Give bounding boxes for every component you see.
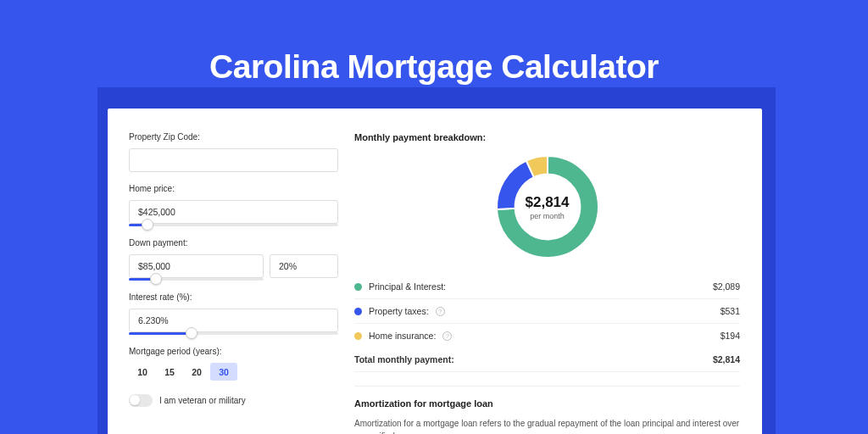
amortization-section: Amortization for mortgage loan Amortizat… (354, 386, 740, 434)
legend-dot (354, 332, 362, 340)
veteran-label: I am veteran or military (159, 396, 246, 405)
donut-chart-wrap: $2,814 per month (354, 154, 740, 259)
zip-label: Property Zip Code: (129, 132, 338, 142)
form-panel: Property Zip Code: Home price: Down paym… (129, 132, 338, 407)
period-label: Mortgage period (years): (129, 347, 338, 356)
amortization-title: Amortization for mortgage loan (354, 398, 740, 409)
rate-field: Interest rate (%): (129, 292, 338, 335)
legend-name: Home insurance: (369, 331, 436, 341)
donut-value: $2,814 (526, 194, 570, 211)
price-input[interactable] (129, 200, 338, 224)
price-slider[interactable] (129, 224, 338, 226)
breakdown-title: Monthly payment breakdown: (354, 132, 740, 142)
legend-dot (354, 283, 362, 291)
down-slider-thumb[interactable] (150, 273, 162, 285)
calculator-card: Property Zip Code: Home price: Down paym… (108, 108, 762, 434)
legend-value: $531 (721, 306, 740, 316)
period-option-15[interactable]: 15 (156, 363, 183, 381)
donut-sub: per month (530, 212, 565, 220)
donut-chart: $2,814 per month (495, 154, 600, 259)
price-slider-thumb[interactable] (142, 219, 153, 231)
rate-slider[interactable] (129, 332, 338, 335)
zip-field: Property Zip Code: (129, 132, 338, 172)
page-title: Carolina Mortgage Calculator (0, 0, 868, 86)
rate-slider-fill (129, 332, 192, 335)
down-slider[interactable] (129, 278, 264, 281)
period-options: 10152030 (129, 363, 338, 381)
legend-item: Home insurance:?$194 (354, 324, 740, 348)
veteran-row: I am veteran or military (129, 394, 338, 407)
down-label: Down payment: (129, 238, 338, 248)
down-field: Down payment: (129, 238, 338, 281)
donut-center: $2,814 per month (495, 154, 600, 259)
down-amount-input[interactable] (129, 254, 264, 278)
help-icon[interactable]: ? (436, 307, 445, 316)
period-option-20[interactable]: 20 (183, 363, 210, 381)
period-field: Mortgage period (years): 10152030 (129, 347, 338, 381)
legend-total: Total monthly payment: $2,814 (354, 348, 740, 372)
amortization-text: Amortization for a mortgage loan refers … (354, 417, 740, 434)
period-option-30[interactable]: 30 (210, 363, 237, 381)
legend-value: $2,089 (713, 281, 740, 292)
rate-label: Interest rate (%): (129, 292, 338, 302)
zip-input[interactable] (129, 148, 338, 172)
price-field: Home price: (129, 184, 338, 226)
legend-item: Principal & Interest:$2,089 (354, 275, 740, 299)
legend-value: $194 (721, 331, 740, 341)
legend-dot (354, 308, 362, 315)
legend-list: Principal & Interest:$2,089Property taxe… (354, 275, 740, 348)
total-value: $2,814 (713, 354, 740, 364)
total-label: Total monthly payment: (354, 354, 454, 364)
down-percent-input[interactable] (270, 254, 338, 278)
price-label: Home price: (129, 184, 338, 193)
legend-name: Principal & Interest: (369, 281, 446, 292)
breakdown-panel: Monthly payment breakdown: $2,814 per mo… (354, 132, 740, 434)
legend-item: Property taxes:?$531 (354, 299, 740, 324)
legend-name: Property taxes: (369, 306, 429, 316)
toggle-knob (130, 395, 140, 405)
veteran-toggle[interactable] (129, 394, 153, 407)
period-option-10[interactable]: 10 (129, 363, 156, 381)
help-icon[interactable]: ? (442, 331, 452, 341)
rate-slider-thumb[interactable] (186, 327, 198, 339)
rate-input[interactable] (129, 309, 338, 332)
